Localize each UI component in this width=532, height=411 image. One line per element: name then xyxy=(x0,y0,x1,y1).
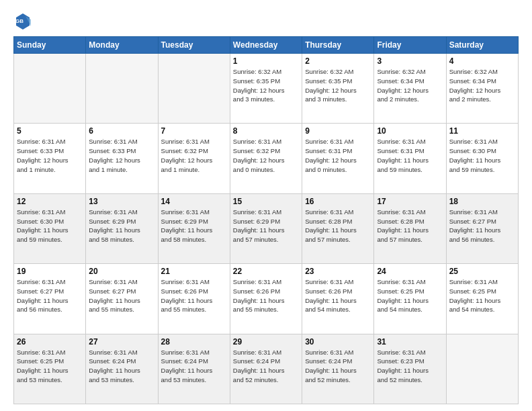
calendar-cell: 23Sunrise: 6:31 AM Sunset: 6:26 PM Dayli… xyxy=(302,264,374,334)
page: GB SundayMondayTuesdayWednesdayThursdayF… xyxy=(0,0,532,411)
day-number: 30 xyxy=(305,337,371,347)
day-info: Sunrise: 6:31 AM Sunset: 6:24 PM Dayligh… xyxy=(305,348,371,385)
day-info: Sunrise: 6:31 AM Sunset: 6:28 PM Dayligh… xyxy=(305,208,371,244)
day-number: 24 xyxy=(377,267,443,276)
calendar-cell: 22Sunrise: 6:31 AM Sunset: 6:26 PM Dayli… xyxy=(230,264,302,334)
day-info: Sunrise: 6:31 AM Sunset: 6:27 PM Dayligh… xyxy=(17,277,83,314)
week-row-5: 26Sunrise: 6:31 AM Sunset: 6:25 PM Dayli… xyxy=(14,334,519,404)
svg-text:GB: GB xyxy=(15,18,24,24)
day-info: Sunrise: 6:31 AM Sunset: 6:27 PM Dayligh… xyxy=(89,277,154,314)
calendar-cell: 2Sunrise: 6:32 AM Sunset: 6:35 PM Daylig… xyxy=(302,54,374,124)
day-info: Sunrise: 6:31 AM Sunset: 6:24 PM Dayligh… xyxy=(89,348,154,385)
day-number: 18 xyxy=(449,197,515,206)
logo-icon: GB xyxy=(13,11,32,30)
day-info: Sunrise: 6:32 AM Sunset: 6:35 PM Dayligh… xyxy=(305,67,371,104)
calendar-cell: 11Sunrise: 6:31 AM Sunset: 6:30 PM Dayli… xyxy=(446,124,518,193)
day-info: Sunrise: 6:31 AM Sunset: 6:30 PM Dayligh… xyxy=(17,208,83,244)
day-info: Sunrise: 6:31 AM Sunset: 6:26 PM Dayligh… xyxy=(305,277,371,314)
header: GB xyxy=(13,11,519,30)
day-info: Sunrise: 6:31 AM Sunset: 6:24 PM Dayligh… xyxy=(233,348,299,385)
day-info: Sunrise: 6:31 AM Sunset: 6:29 PM Dayligh… xyxy=(161,208,227,244)
calendar-table: SundayMondayTuesdayWednesdayThursdayFrid… xyxy=(13,36,519,404)
day-info: Sunrise: 6:31 AM Sunset: 6:26 PM Dayligh… xyxy=(233,277,299,314)
day-number: 3 xyxy=(377,56,443,66)
calendar-cell: 10Sunrise: 6:31 AM Sunset: 6:31 PM Dayli… xyxy=(374,124,446,193)
calendar-cell: 9Sunrise: 6:31 AM Sunset: 6:31 PM Daylig… xyxy=(302,124,374,193)
day-info: Sunrise: 6:31 AM Sunset: 6:32 PM Dayligh… xyxy=(161,137,227,174)
calendar-cell: 31Sunrise: 6:31 AM Sunset: 6:23 PM Dayli… xyxy=(374,334,446,404)
day-number: 6 xyxy=(89,126,154,136)
day-number: 22 xyxy=(233,267,299,276)
day-info: Sunrise: 6:31 AM Sunset: 6:23 PM Dayligh… xyxy=(377,348,443,385)
calendar-cell: 16Sunrise: 6:31 AM Sunset: 6:28 PM Dayli… xyxy=(302,193,374,263)
day-number: 8 xyxy=(233,126,299,136)
calendar-cell: 20Sunrise: 6:31 AM Sunset: 6:27 PM Dayli… xyxy=(86,264,158,334)
calendar-cell: 7Sunrise: 6:31 AM Sunset: 6:32 PM Daylig… xyxy=(158,124,230,193)
calendar-cell: 17Sunrise: 6:31 AM Sunset: 6:28 PM Dayli… xyxy=(374,193,446,263)
day-info: Sunrise: 6:32 AM Sunset: 6:35 PM Dayligh… xyxy=(233,67,299,104)
day-number: 1 xyxy=(233,56,299,66)
calendar-cell: 12Sunrise: 6:31 AM Sunset: 6:30 PM Dayli… xyxy=(14,193,86,263)
day-number: 11 xyxy=(449,126,515,136)
day-info: Sunrise: 6:31 AM Sunset: 6:32 PM Dayligh… xyxy=(233,137,299,174)
weekday-header-tuesday: Tuesday xyxy=(158,37,230,54)
day-info: Sunrise: 6:31 AM Sunset: 6:28 PM Dayligh… xyxy=(377,208,443,244)
weekday-header-saturday: Saturday xyxy=(446,37,518,54)
day-number: 5 xyxy=(17,126,83,136)
day-number: 2 xyxy=(305,56,371,66)
day-info: Sunrise: 6:31 AM Sunset: 6:31 PM Dayligh… xyxy=(377,137,443,174)
day-info: Sunrise: 6:31 AM Sunset: 6:24 PM Dayligh… xyxy=(161,348,227,385)
day-number: 19 xyxy=(17,267,83,276)
day-info: Sunrise: 6:31 AM Sunset: 6:29 PM Dayligh… xyxy=(89,208,154,244)
calendar-cell: 6Sunrise: 6:31 AM Sunset: 6:33 PM Daylig… xyxy=(86,124,158,193)
day-number: 31 xyxy=(377,337,443,347)
day-info: Sunrise: 6:31 AM Sunset: 6:25 PM Dayligh… xyxy=(377,277,443,314)
day-number: 13 xyxy=(89,197,154,206)
calendar-cell: 18Sunrise: 6:31 AM Sunset: 6:27 PM Dayli… xyxy=(446,193,518,263)
day-info: Sunrise: 6:31 AM Sunset: 6:33 PM Dayligh… xyxy=(17,137,83,174)
weekday-header-friday: Friday xyxy=(374,37,446,54)
day-number: 4 xyxy=(449,56,515,66)
calendar-cell: 28Sunrise: 6:31 AM Sunset: 6:24 PM Dayli… xyxy=(158,334,230,404)
day-number: 23 xyxy=(305,267,371,276)
calendar-cell: 26Sunrise: 6:31 AM Sunset: 6:25 PM Dayli… xyxy=(14,334,86,404)
weekday-header-wednesday: Wednesday xyxy=(230,37,302,54)
week-row-2: 5Sunrise: 6:31 AM Sunset: 6:33 PM Daylig… xyxy=(14,124,519,193)
calendar-cell: 29Sunrise: 6:31 AM Sunset: 6:24 PM Dayli… xyxy=(230,334,302,404)
calendar-cell: 5Sunrise: 6:31 AM Sunset: 6:33 PM Daylig… xyxy=(14,124,86,193)
weekday-header-sunday: Sunday xyxy=(14,37,86,54)
logo: GB xyxy=(13,11,35,30)
day-info: Sunrise: 6:31 AM Sunset: 6:25 PM Dayligh… xyxy=(449,277,515,314)
day-info: Sunrise: 6:31 AM Sunset: 6:30 PM Dayligh… xyxy=(449,137,515,174)
day-number: 21 xyxy=(161,267,227,276)
calendar-cell: 30Sunrise: 6:31 AM Sunset: 6:24 PM Dayli… xyxy=(302,334,374,404)
day-info: Sunrise: 6:31 AM Sunset: 6:31 PM Dayligh… xyxy=(305,137,371,174)
calendar-cell: 13Sunrise: 6:31 AM Sunset: 6:29 PM Dayli… xyxy=(86,193,158,263)
calendar-cell: 24Sunrise: 6:31 AM Sunset: 6:25 PM Dayli… xyxy=(374,264,446,334)
week-row-1: 1Sunrise: 6:32 AM Sunset: 6:35 PM Daylig… xyxy=(14,54,519,124)
calendar-cell: 15Sunrise: 6:31 AM Sunset: 6:29 PM Dayli… xyxy=(230,193,302,263)
day-number: 20 xyxy=(89,267,154,276)
calendar-cell: 4Sunrise: 6:32 AM Sunset: 6:34 PM Daylig… xyxy=(446,54,518,124)
day-number: 17 xyxy=(377,197,443,206)
calendar-cell xyxy=(158,54,230,124)
day-number: 12 xyxy=(17,197,83,206)
day-info: Sunrise: 6:32 AM Sunset: 6:34 PM Dayligh… xyxy=(377,67,443,104)
day-info: Sunrise: 6:31 AM Sunset: 6:25 PM Dayligh… xyxy=(17,348,83,385)
day-number: 28 xyxy=(161,337,227,347)
day-number: 16 xyxy=(305,197,371,206)
weekday-header-thursday: Thursday xyxy=(302,37,374,54)
day-info: Sunrise: 6:31 AM Sunset: 6:27 PM Dayligh… xyxy=(449,208,515,244)
day-number: 10 xyxy=(377,126,443,136)
day-number: 27 xyxy=(89,337,154,347)
calendar-cell xyxy=(86,54,158,124)
day-info: Sunrise: 6:31 AM Sunset: 6:26 PM Dayligh… xyxy=(161,277,227,314)
day-number: 25 xyxy=(449,267,515,276)
calendar-cell: 1Sunrise: 6:32 AM Sunset: 6:35 PM Daylig… xyxy=(230,54,302,124)
week-row-3: 12Sunrise: 6:31 AM Sunset: 6:30 PM Dayli… xyxy=(14,193,519,263)
calendar-cell: 19Sunrise: 6:31 AM Sunset: 6:27 PM Dayli… xyxy=(14,264,86,334)
week-row-4: 19Sunrise: 6:31 AM Sunset: 6:27 PM Dayli… xyxy=(14,264,519,334)
day-number: 9 xyxy=(305,126,371,136)
calendar-cell: 3Sunrise: 6:32 AM Sunset: 6:34 PM Daylig… xyxy=(374,54,446,124)
day-number: 29 xyxy=(233,337,299,347)
